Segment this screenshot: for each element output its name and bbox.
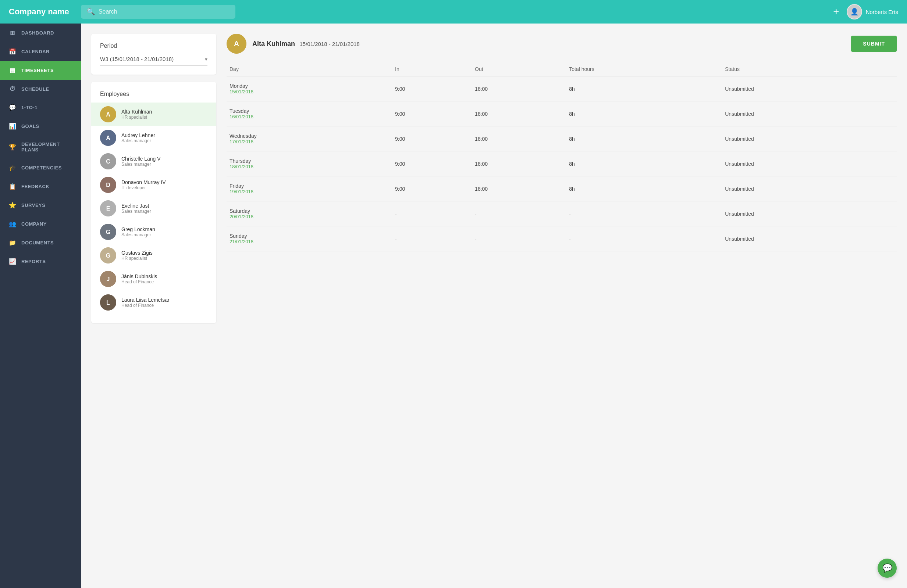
- employee-name: Eveline Jast: [121, 203, 151, 209]
- table-row[interactable]: Friday 19/01/2018 9:00 18:00 8h Unsubmit…: [227, 176, 897, 201]
- list-item[interactable]: G Greg Lockman Sales manager: [91, 220, 216, 244]
- sidebar-item-reports[interactable]: 📈 REPORTS: [0, 252, 81, 271]
- chat-button[interactable]: 💬: [878, 559, 897, 578]
- col-out: Out: [472, 62, 566, 76]
- right-panel: A Alta Kuhlman 15/01/2018 - 21/01/2018 S…: [227, 34, 897, 578]
- svg-text:E: E: [106, 205, 111, 212]
- left-panel: Period W3 (15/01/2018 - 21/01/2018) ▾ Em…: [91, 34, 216, 578]
- svg-text:C: C: [106, 158, 111, 165]
- sidebar-item-devplans[interactable]: 🏆 DEVELOPMENT PLANS: [0, 136, 81, 158]
- surveys-icon: ⭐: [9, 202, 16, 209]
- table-row[interactable]: Monday 15/01/2018 9:00 18:00 8h Unsubmit…: [227, 76, 897, 101]
- sidebar-item-timesheets[interactable]: ▦ TIMESHEETS: [0, 61, 81, 80]
- svg-text:L: L: [106, 299, 110, 306]
- avatar: G: [100, 224, 116, 240]
- sidebar-item-label: SURVEYS: [21, 203, 45, 208]
- sidebar-item-label: COMPANY: [21, 221, 47, 227]
- list-item[interactable]: E Eveline Jast Sales manager: [91, 197, 216, 220]
- avatar: D: [100, 177, 116, 193]
- header: Company name 🔍 + 👤 Norberts Erts: [0, 0, 907, 24]
- timesheet-period: 15/01/2018 - 21/01/2018: [300, 41, 359, 47]
- sidebar-item-label: DEVELOPMENT PLANS: [21, 142, 72, 152]
- employee-name: Christelle Lang V: [121, 156, 161, 162]
- avatar: E: [100, 200, 116, 216]
- search-input[interactable]: [99, 8, 229, 15]
- avatar: C: [100, 153, 116, 169]
- employee-name: Audrey Lehner: [121, 132, 155, 138]
- avatar: G: [100, 247, 116, 264]
- employee-role: Sales manager: [121, 209, 151, 214]
- avatar: A: [100, 130, 116, 146]
- sidebar-item-label: COMPETENCIES: [21, 165, 62, 171]
- table-row[interactable]: Thursday 18/01/2018 9:00 18:00 8h Unsubm…: [227, 152, 897, 176]
- sidebar-item-feedback[interactable]: 📋 FEEDBACK: [0, 177, 81, 196]
- goals-icon: 📊: [9, 123, 16, 130]
- employee-name: Jānis Dubinskis: [121, 273, 157, 279]
- user-name: Norberts Erts: [866, 9, 898, 15]
- header-right: + 👤 Norberts Erts: [833, 4, 898, 19]
- svg-text:A: A: [106, 135, 111, 141]
- submit-button[interactable]: SUBMIT: [851, 36, 897, 52]
- employee-name: Gustavs Zigis: [121, 250, 153, 256]
- employee-role: HR specialist: [121, 115, 152, 120]
- col-status: Status: [722, 62, 897, 76]
- list-item[interactable]: J Jānis Dubinskis Head of Finance: [91, 267, 216, 291]
- sidebar-item-schedule[interactable]: ⏱ SCHEDULE: [0, 80, 81, 98]
- devplans-icon: 🏆: [9, 144, 16, 151]
- add-button[interactable]: +: [833, 6, 839, 17]
- competencies-icon: 🎓: [9, 164, 16, 171]
- svg-text:G: G: [106, 252, 111, 259]
- svg-text:D: D: [106, 182, 111, 188]
- employee-name: Donavon Murray IV: [121, 179, 166, 185]
- employee-role: Head of Finance: [121, 279, 157, 284]
- table-row[interactable]: Wednesday 17/01/2018 9:00 18:00 8h Unsub…: [227, 126, 897, 152]
- search-bar[interactable]: 🔍: [81, 5, 236, 19]
- table-row[interactable]: Saturday 20/01/2018 - - - Unsubmitted: [227, 201, 897, 226]
- col-total: Total hours: [566, 62, 722, 76]
- svg-text:A: A: [106, 111, 111, 118]
- list-item[interactable]: C Christelle Lang V Sales manager: [91, 150, 216, 173]
- documents-icon: 📁: [9, 239, 16, 246]
- svg-text:G: G: [106, 229, 111, 235]
- sidebar-item-company[interactable]: 👥 COMPANY: [0, 215, 81, 233]
- timesheet-employee-name: Alta Kuhlman: [252, 40, 295, 47]
- sidebar-item-surveys[interactable]: ⭐ SURVEYS: [0, 196, 81, 215]
- employee-role: IT developer: [121, 185, 166, 190]
- sidebar-item-1to1[interactable]: 💬 1-TO-1: [0, 98, 81, 117]
- list-item[interactable]: G Gustavs Zigis HR specialist: [91, 244, 216, 267]
- main-content: Period W3 (15/01/2018 - 21/01/2018) ▾ Em…: [81, 24, 907, 588]
- list-item[interactable]: A Audrey Lehner Sales manager: [91, 126, 216, 150]
- employees-title: Employees: [91, 91, 216, 97]
- company-icon: 👥: [9, 220, 16, 227]
- col-day: Day: [227, 62, 392, 76]
- avatar: A: [100, 106, 116, 122]
- period-select[interactable]: W3 (15/01/2018 - 21/01/2018) ▾: [100, 56, 207, 66]
- employee-avatar: A: [227, 34, 247, 54]
- sidebar-item-label: CALENDAR: [21, 49, 50, 54]
- list-item[interactable]: D Donavon Murray IV IT developer: [91, 173, 216, 197]
- svg-text:A: A: [234, 40, 239, 48]
- sidebar-item-dashboard[interactable]: ⊞ DASHBOARD: [0, 24, 81, 42]
- table-row[interactable]: Tuesday 16/01/2018 9:00 18:00 8h Unsubmi…: [227, 101, 897, 126]
- sidebar-item-competencies[interactable]: 🎓 COMPETENCIES: [0, 158, 81, 177]
- sidebar-item-calendar[interactable]: 📅 CALENDAR: [0, 42, 81, 61]
- sidebar: ⊞ DASHBOARD 📅 CALENDAR ▦ TIMESHEETS ⏱ SC…: [0, 24, 81, 588]
- sidebar-item-label: 1-TO-1: [21, 105, 37, 110]
- user-menu[interactable]: 👤 Norberts Erts: [847, 4, 898, 19]
- period-card: Period W3 (15/01/2018 - 21/01/2018) ▾: [91, 34, 216, 75]
- period-value: W3 (15/01/2018 - 21/01/2018): [100, 56, 174, 62]
- sidebar-item-label: SCHEDULE: [21, 86, 49, 92]
- col-in: In: [392, 62, 472, 76]
- period-title: Period: [100, 43, 207, 49]
- employee-role: HR specialist: [121, 256, 153, 261]
- 1to1-icon: 💬: [9, 104, 16, 111]
- list-item[interactable]: L Laura Liisa Lemetsar Head of Finance: [91, 291, 216, 314]
- table-row[interactable]: Sunday 21/01/2018 - - - Unsubmitted: [227, 226, 897, 251]
- list-item[interactable]: A Alta Kuhlman HR specialist: [91, 102, 216, 126]
- sidebar-item-documents[interactable]: 📁 DOCUMENTS: [0, 233, 81, 252]
- sidebar-item-label: DASHBOARD: [21, 30, 54, 36]
- sidebar-item-label: FEEDBACK: [21, 184, 49, 189]
- feedback-icon: 📋: [9, 183, 16, 190]
- sidebar-item-goals[interactable]: 📊 GOALS: [0, 117, 81, 136]
- sidebar-item-label: REPORTS: [21, 259, 46, 264]
